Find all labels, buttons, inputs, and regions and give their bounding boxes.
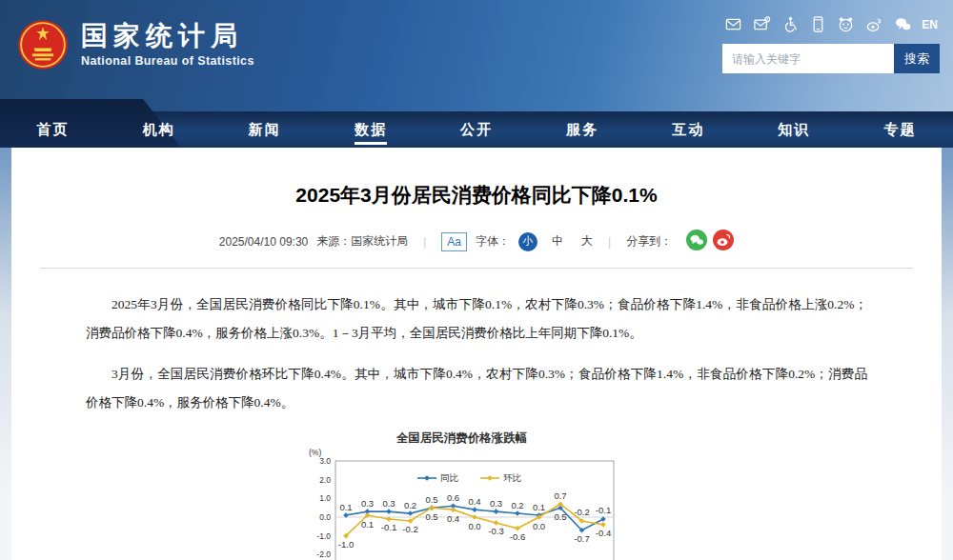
font-size-medium-button[interactable]: 中	[552, 233, 563, 250]
header-icon-row: EN	[722, 15, 940, 33]
svg-text:环比: 环比	[503, 472, 522, 483]
article-title: 2025年3月份居民消费价格同比下降0.1%	[11, 182, 942, 209]
wechat-icon[interactable]	[894, 15, 912, 33]
svg-text:0.1: 0.1	[533, 502, 545, 512]
svg-text:同比: 同比	[440, 472, 459, 483]
nav-item-knowledge[interactable]: 知识	[741, 111, 847, 148]
main-nav: 首页机构新闻数据公开服务互动知识专题	[0, 111, 953, 148]
meta-divider: |	[608, 235, 611, 249]
svg-text:0.3: 0.3	[361, 498, 374, 509]
search-bar: 搜索	[722, 44, 940, 73]
svg-text:0.2: 0.2	[511, 500, 523, 510]
svg-text:0.4: 0.4	[468, 496, 480, 507]
font-label: 字体：	[476, 233, 510, 250]
svg-text:0.6: 0.6	[447, 492, 459, 503]
svg-text:0.0: 0.0	[468, 521, 480, 531]
svg-text:0.5: 0.5	[554, 511, 566, 522]
svg-text:-0.3: -0.3	[488, 526, 503, 536]
font-size-large-button[interactable]: 大	[581, 233, 593, 250]
search-input[interactable]	[722, 44, 894, 73]
site-brand[interactable]: 国家统计局 National Bureau of Statistics	[17, 19, 254, 70]
nav-item-data[interactable]: 数据	[317, 111, 423, 148]
site-subtitle: National Bureau of Statistics	[81, 54, 254, 68]
article-meta: 2025/04/10 09:30 来源：国家统计局 | Aa 字体： 小 中 大…	[11, 230, 942, 253]
article-paragraph-2: 3月份，全国居民消费价格环比下降0.4%。其中，城市下降0.4%，农村下降0.3…	[11, 360, 942, 417]
svg-text:0.0: 0.0	[319, 512, 331, 522]
svg-text:0.7: 0.7	[554, 490, 566, 501]
meta-divider: |	[423, 235, 426, 249]
nav-item-home[interactable]: 首页	[0, 111, 106, 148]
svg-text:0.2: 0.2	[404, 500, 416, 510]
font-style-toggle[interactable]: Aa	[441, 232, 467, 251]
article-datetime: 2025/04/10 09:30	[219, 235, 308, 249]
svg-text:-1.0: -1.0	[316, 531, 331, 541]
panda-chat-icon[interactable]	[837, 15, 855, 33]
svg-text:2.0: 2.0	[319, 475, 331, 485]
share-icon-group	[680, 230, 734, 253]
nav-item-service[interactable]: 服务	[530, 111, 636, 148]
header-right: EN 搜索	[722, 15, 940, 73]
cpi-chart: 全国居民消费价格涨跌幅 (%)3.02.01.00.0-1.0-2.0-3.02…	[297, 430, 626, 560]
svg-text:-0.1: -0.1	[381, 522, 396, 532]
accessibility-icon[interactable]	[781, 15, 799, 33]
site-header: 国家统计局 National Bureau of Statistics EN 搜…	[0, 0, 953, 111]
font-size-small-button[interactable]: 小	[518, 232, 537, 251]
nav-item-special[interactable]: 专题	[847, 111, 953, 148]
chart-title: 全国居民消费价格涨跌幅	[297, 430, 626, 447]
mail-icon[interactable]	[724, 15, 742, 33]
article-source: 来源：国家统计局	[316, 233, 408, 250]
nav-item-news[interactable]: 新闻	[212, 111, 317, 148]
weibo-share-icon[interactable]	[713, 230, 734, 250]
meta-divider-line	[40, 268, 913, 269]
svg-text:-0.2: -0.2	[574, 507, 589, 517]
svg-text:1.0: 1.0	[319, 493, 331, 503]
svg-text:-0.4: -0.4	[596, 528, 611, 538]
brand-text: 国家统计局 National Bureau of Statistics	[81, 22, 254, 68]
svg-text:0.5: 0.5	[425, 511, 437, 522]
svg-text:0.1: 0.1	[361, 519, 374, 530]
svg-text:0.5: 0.5	[425, 494, 437, 505]
national-emblem-logo	[17, 19, 69, 70]
svg-text:-0.2: -0.2	[402, 524, 417, 534]
svg-text:0.1: 0.1	[339, 502, 352, 512]
svg-text:-2.0: -2.0	[316, 550, 331, 559]
language-toggle[interactable]: EN	[922, 18, 938, 31]
share-label: 分享到：	[626, 233, 672, 250]
svg-text:-0.6: -0.6	[510, 531, 525, 542]
svg-text:-0.1: -0.1	[596, 505, 611, 515]
svg-text:0.3: 0.3	[490, 498, 502, 509]
svg-text:0.3: 0.3	[382, 498, 395, 509]
svg-text:-1.0: -1.0	[338, 539, 354, 550]
mail-subscribe-icon[interactable]	[753, 15, 771, 33]
nav-item-org[interactable]: 机构	[106, 111, 212, 148]
article-paragraph-1: 2025年3月份，全国居民消费价格同比下降0.1%。其中，城市下降0.1%，农村…	[11, 290, 942, 348]
wechat-share-icon[interactable]	[686, 230, 707, 250]
search-button[interactable]: 搜索	[894, 44, 940, 73]
svg-text:0.4: 0.4	[447, 513, 459, 524]
weibo-icon[interactable]	[865, 15, 883, 33]
svg-text:0.0: 0.0	[533, 521, 545, 531]
svg-text:3.0: 3.0	[319, 456, 331, 466]
mobile-app-icon[interactable]	[809, 15, 827, 33]
site-title: 国家统计局	[81, 22, 254, 51]
cpi-chart-svg: (%)3.02.01.00.0-1.0-2.0-3.02024年3月4月5月6月…	[297, 448, 626, 560]
nav-item-interact[interactable]: 互动	[636, 111, 741, 148]
article-content: 2025年3月份居民消费价格同比下降0.1% 2025/04/10 09:30 …	[11, 148, 942, 560]
nav-item-open[interactable]: 公开	[423, 111, 529, 148]
svg-text:-0.7: -0.7	[574, 533, 589, 544]
